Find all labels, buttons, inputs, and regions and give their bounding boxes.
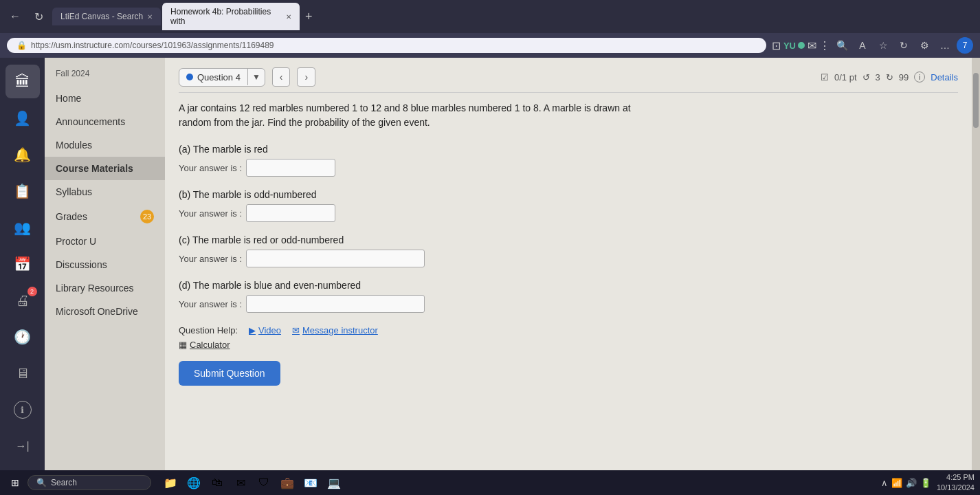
taskbar-time[interactable]: 4:25 PM 10/13/2024 [937, 472, 975, 494]
answer-row-c: Your answer is : [179, 250, 958, 267]
sidebar-icon-monitor[interactable]: 🖥 [5, 357, 40, 390]
taskbar-store[interactable]: 🛍 [208, 473, 227, 492]
sidebar-icon-notification[interactable]: 🔔 [5, 138, 40, 171]
answer-input-d[interactable] [246, 295, 425, 313]
video-label: Video [258, 325, 281, 336]
video-link[interactable]: ▶ Video [249, 325, 281, 336]
nav-item-proctor-u[interactable]: Proctor U [45, 230, 165, 253]
sidebar-icon-calendar[interactable]: 📅 [5, 247, 40, 280]
taskbar-right: ∧ 📶 🔊 🔋 4:25 PM 10/13/2024 [881, 472, 975, 494]
edit-icon: ☑ [821, 72, 829, 82]
prev-question-button[interactable]: ‹ [272, 67, 291, 87]
part-b-label: (b) The marble is odd-numbered [179, 189, 958, 200]
answer-input-c[interactable] [246, 250, 425, 267]
sidebar-icon-print[interactable]: 🖨 2 [5, 284, 40, 318]
sidebar-icon-profile[interactable]: 👤 [5, 101, 40, 135]
browser-search-btn[interactable]: 🔍 [833, 36, 851, 54]
submit-question-button[interactable]: Submit Question [179, 361, 280, 386]
taskbar-app8[interactable]: 💻 [324, 473, 344, 492]
answer-b-prefix: Your answer is : [179, 208, 242, 219]
refresh-button[interactable]: ↻ [29, 7, 48, 26]
content-wrapper: Question 4 ▼ ‹ › ☑ 0/1 pt ↺ 3 ↻ 99 i Det… [165, 58, 980, 470]
taskbar-outlook[interactable]: 📧 [301, 473, 320, 492]
taskbar-mail[interactable]: ✉ [231, 473, 250, 492]
question-dot [186, 74, 193, 80]
scrollbar-thumb[interactable] [973, 73, 979, 128]
profile-avatar[interactable]: 7 [957, 37, 973, 54]
main-layout: 🏛 👤 🔔 📋 👥 📅 🖨 2 🕐 🖥 ℹ →| [0, 58, 980, 470]
nav-item-home[interactable]: Home [45, 87, 165, 110]
tab-2[interactable]: Homework 4b: Probabilities with ✕ [162, 3, 300, 30]
refresh-page-btn[interactable]: ↻ [895, 36, 913, 54]
answer-row-a: Your answer is : [179, 159, 958, 177]
nav-item-grades[interactable]: Grades 23 [45, 204, 165, 230]
sidebar-icon-group[interactable]: 👥 [5, 210, 40, 244]
nav-item-syllabus[interactable]: Syllabus [45, 180, 165, 204]
taskbar-edge[interactable]: 🌐 [184, 473, 203, 492]
calculator-row: ▦ Calculator [179, 340, 958, 350]
attempt-icon: ↻ [886, 72, 893, 82]
scrollbar-track[interactable] [972, 58, 980, 470]
taskbar-apps: 📁 🌐 🛍 ✉ 🛡 💼 📧 💻 [161, 473, 344, 492]
settings-btn[interactable]: ⚙ [915, 36, 933, 54]
sidebar-icon-home[interactable]: 🏛 [5, 65, 40, 98]
answer-d-prefix: Your answer is : [179, 299, 242, 309]
info-icon: ℹ [14, 401, 32, 419]
answer-row-d: Your answer is : [179, 295, 958, 313]
help-label: Question Help: [179, 325, 238, 336]
taskbar-defender[interactable]: 🛡 [254, 473, 274, 492]
sidebar-icon-clock[interactable]: 🕐 [5, 320, 40, 354]
toolbar-icon-screen[interactable]: ⊡ [772, 39, 781, 52]
nav-item-discussions[interactable]: Discussions [45, 253, 165, 276]
calculator-icon: ▦ [179, 340, 187, 350]
question-part-b: (b) The marble is odd-numbered Your answ… [179, 189, 958, 222]
nav-item-library-resources[interactable]: Library Resources [45, 276, 165, 300]
taskbar-teams[interactable]: 💼 [278, 473, 297, 492]
browser-menu-btn[interactable]: … [936, 36, 954, 54]
question-part-c: (c) The marble is red or odd-numbered Yo… [179, 234, 958, 267]
taskbar-explorer[interactable]: 📁 [161, 473, 180, 492]
tab-1[interactable]: LtiEd Canvas - Search ✕ [52, 8, 161, 25]
calculator-link[interactable]: ▦ Calculator [179, 340, 958, 350]
nav-item-modules[interactable]: Modules [45, 133, 165, 157]
question-dropdown[interactable]: ▼ [247, 69, 265, 85]
lock-icon: 🔒 [16, 41, 27, 50]
system-tray-icon1: ∧ [881, 478, 888, 488]
score-text: 0/1 pt [834, 72, 857, 82]
answer-input-b[interactable] [246, 204, 335, 222]
tab-1-close[interactable]: ✕ [147, 13, 153, 21]
url-text: https://usm.instructure.com/courses/1019… [31, 41, 274, 50]
battery-icon[interactable]: 🔋 [920, 478, 931, 488]
nav-item-onedrive[interactable]: Microsoft OneDrive [45, 300, 165, 323]
nav-course-materials-label: Course Materials [56, 163, 133, 174]
sidebar-icon-document[interactable]: 📋 [5, 174, 40, 208]
wifi-icon[interactable]: 📶 [891, 478, 902, 488]
back-button[interactable]: ← [5, 7, 25, 26]
nav-announcements-label: Announcements [56, 116, 125, 127]
favorites-btn[interactable]: ☆ [874, 36, 892, 54]
taskbar-search-box[interactable]: 🔍 Search [27, 475, 151, 490]
nav-item-course-materials[interactable]: Course Materials [45, 157, 165, 180]
volume-icon[interactable]: 🔊 [906, 478, 917, 488]
address-bar[interactable]: 🔒 https://usm.instructure.com/courses/10… [7, 38, 766, 53]
next-question-button[interactable]: › [297, 67, 315, 87]
nav-item-announcements[interactable]: Announcements [45, 110, 165, 133]
read-mode-btn[interactable]: A [854, 36, 871, 54]
taskbar-system-icons: ∧ 📶 🔊 🔋 [881, 478, 931, 488]
nav-sidebar: Fall 2024 Home Announcements Modules Cou… [45, 58, 165, 470]
toolbar-icon-more[interactable]: ⋮ [819, 39, 830, 52]
info-circle-icon: i [914, 72, 925, 82]
new-tab-button[interactable]: + [301, 10, 317, 24]
start-button[interactable]: ⊞ [5, 473, 25, 492]
answer-input-a[interactable] [246, 159, 335, 177]
taskbar-search-icon: 🔍 [36, 478, 47, 487]
details-link[interactable]: Details [931, 72, 958, 82]
sidebar-icon-info[interactable]: ℹ [5, 393, 40, 427]
message-instructor-link[interactable]: ✉ Message instructor [292, 325, 378, 336]
group-icon: 👥 [14, 219, 31, 236]
toolbar-icon-mail[interactable]: ✉ [808, 39, 816, 52]
clock-icon: 🕐 [14, 329, 31, 345]
score-info: ☑ 0/1 pt ↺ 3 ↻ 99 i Details [821, 72, 958, 82]
sidebar-icon-collapse[interactable]: →| [5, 430, 40, 463]
tab-2-close[interactable]: ✕ [286, 13, 291, 21]
